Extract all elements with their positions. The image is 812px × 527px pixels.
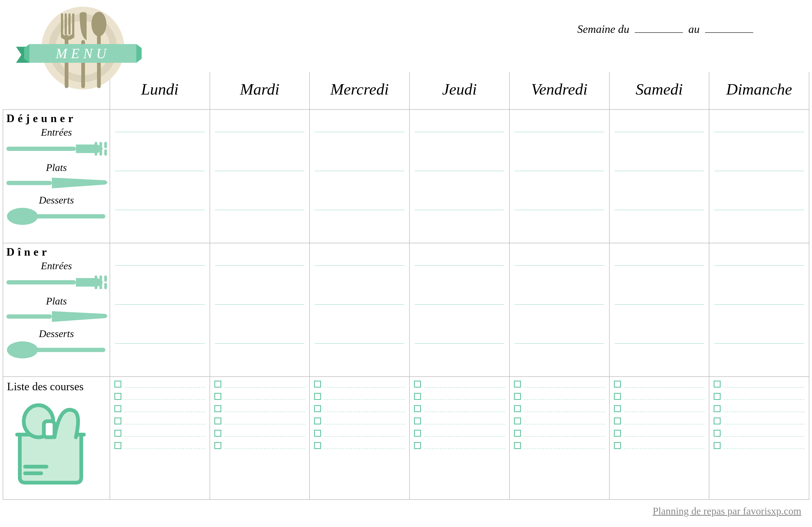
shopping-item-line[interactable]	[424, 436, 505, 437]
checkbox-icon[interactable]	[414, 393, 421, 400]
shopping-item-row[interactable]	[414, 442, 505, 449]
lunch-cell[interactable]	[509, 109, 609, 243]
shopping-item-line[interactable]	[624, 436, 705, 437]
shopping-item-row[interactable]	[614, 442, 705, 449]
checkbox-icon[interactable]	[614, 393, 621, 400]
shopping-item-row[interactable]	[314, 381, 405, 388]
shopping-item-row[interactable]	[114, 381, 205, 388]
shopping-item-row[interactable]	[514, 405, 605, 412]
shopping-item-line[interactable]	[324, 423, 405, 424]
shopping-item-line[interactable]	[724, 436, 804, 437]
shopping-item-row[interactable]	[714, 430, 804, 437]
checkbox-icon[interactable]	[714, 418, 721, 424]
dinner-cell[interactable]	[110, 243, 210, 377]
shopping-item-line[interactable]	[125, 387, 205, 388]
shopping-cell[interactable]	[110, 377, 210, 499]
shopping-item-line[interactable]	[424, 448, 505, 449]
checkbox-icon[interactable]	[314, 442, 321, 449]
shopping-item-row[interactable]	[514, 442, 605, 449]
lunch-cell[interactable]	[110, 109, 210, 243]
shopping-item-line[interactable]	[524, 448, 605, 449]
shopping-item-line[interactable]	[524, 436, 605, 437]
shopping-item-row[interactable]	[314, 405, 405, 412]
shopping-item-row[interactable]	[714, 393, 804, 400]
dinner-cell[interactable]	[609, 243, 709, 377]
shopping-item-line[interactable]	[724, 411, 804, 412]
checkbox-icon[interactable]	[114, 381, 121, 388]
checkbox-icon[interactable]	[614, 405, 621, 412]
shopping-item-row[interactable]	[214, 430, 305, 437]
shopping-item-line[interactable]	[324, 387, 405, 388]
shopping-item-line[interactable]	[724, 423, 804, 424]
shopping-item-line[interactable]	[424, 423, 505, 424]
shopping-item-line[interactable]	[724, 387, 804, 388]
shopping-item-row[interactable]	[714, 405, 804, 412]
checkbox-icon[interactable]	[114, 418, 121, 424]
checkbox-icon[interactable]	[714, 393, 721, 400]
checkbox-icon[interactable]	[414, 418, 421, 424]
checkbox-icon[interactable]	[614, 381, 621, 388]
shopping-item-line[interactable]	[424, 411, 505, 412]
shopping-item-line[interactable]	[125, 399, 205, 400]
checkbox-icon[interactable]	[314, 381, 321, 388]
checkbox-icon[interactable]	[414, 430, 421, 437]
shopping-item-row[interactable]	[214, 405, 305, 412]
checkbox-icon[interactable]	[514, 418, 521, 424]
shopping-item-row[interactable]	[214, 418, 305, 424]
checkbox-icon[interactable]	[314, 393, 321, 400]
shopping-cell[interactable]	[210, 377, 310, 499]
week-to-input[interactable]	[705, 31, 753, 33]
shopping-item-row[interactable]	[614, 381, 705, 388]
shopping-item-line[interactable]	[125, 423, 205, 424]
shopping-item-line[interactable]	[324, 448, 405, 449]
shopping-item-line[interactable]	[125, 448, 205, 449]
shopping-item-line[interactable]	[224, 399, 305, 400]
checkbox-icon[interactable]	[714, 430, 721, 437]
checkbox-icon[interactable]	[214, 381, 221, 388]
shopping-item-row[interactable]	[514, 418, 605, 424]
shopping-item-line[interactable]	[224, 436, 305, 437]
shopping-item-row[interactable]	[114, 442, 205, 449]
checkbox-icon[interactable]	[414, 405, 421, 412]
checkbox-icon[interactable]	[614, 442, 621, 449]
checkbox-icon[interactable]	[214, 418, 221, 424]
shopping-item-row[interactable]	[514, 381, 605, 388]
dinner-cell[interactable]	[409, 243, 509, 377]
shopping-item-row[interactable]	[714, 381, 804, 388]
shopping-item-line[interactable]	[624, 448, 705, 449]
shopping-cell[interactable]	[309, 377, 409, 499]
shopping-cell[interactable]	[709, 377, 809, 499]
shopping-item-line[interactable]	[524, 411, 605, 412]
checkbox-icon[interactable]	[514, 442, 521, 449]
shopping-item-row[interactable]	[214, 393, 305, 400]
shopping-cell[interactable]	[609, 377, 709, 499]
shopping-item-line[interactable]	[624, 387, 705, 388]
checkbox-icon[interactable]	[314, 430, 321, 437]
shopping-item-line[interactable]	[624, 399, 705, 400]
shopping-cell[interactable]	[409, 377, 509, 499]
shopping-item-row[interactable]	[114, 418, 205, 424]
checkbox-icon[interactable]	[314, 405, 321, 412]
shopping-item-row[interactable]	[314, 442, 405, 449]
checkbox-icon[interactable]	[114, 442, 121, 449]
shopping-item-row[interactable]	[614, 405, 705, 412]
shopping-item-row[interactable]	[314, 430, 405, 437]
dinner-cell[interactable]	[709, 243, 809, 377]
shopping-item-line[interactable]	[524, 399, 605, 400]
shopping-item-line[interactable]	[624, 411, 705, 412]
dinner-cell[interactable]	[309, 243, 409, 377]
shopping-cell[interactable]	[509, 377, 609, 499]
shopping-item-line[interactable]	[524, 387, 605, 388]
checkbox-icon[interactable]	[214, 430, 221, 437]
shopping-item-row[interactable]	[414, 418, 505, 424]
shopping-item-row[interactable]	[214, 381, 305, 388]
shopping-item-row[interactable]	[114, 393, 205, 400]
shopping-item-line[interactable]	[624, 423, 705, 424]
shopping-item-row[interactable]	[614, 393, 705, 400]
checkbox-icon[interactable]	[514, 393, 521, 400]
checkbox-icon[interactable]	[714, 381, 721, 388]
week-from-input[interactable]	[635, 31, 683, 33]
checkbox-icon[interactable]	[114, 430, 121, 437]
shopping-item-line[interactable]	[224, 423, 305, 424]
checkbox-icon[interactable]	[214, 442, 221, 449]
